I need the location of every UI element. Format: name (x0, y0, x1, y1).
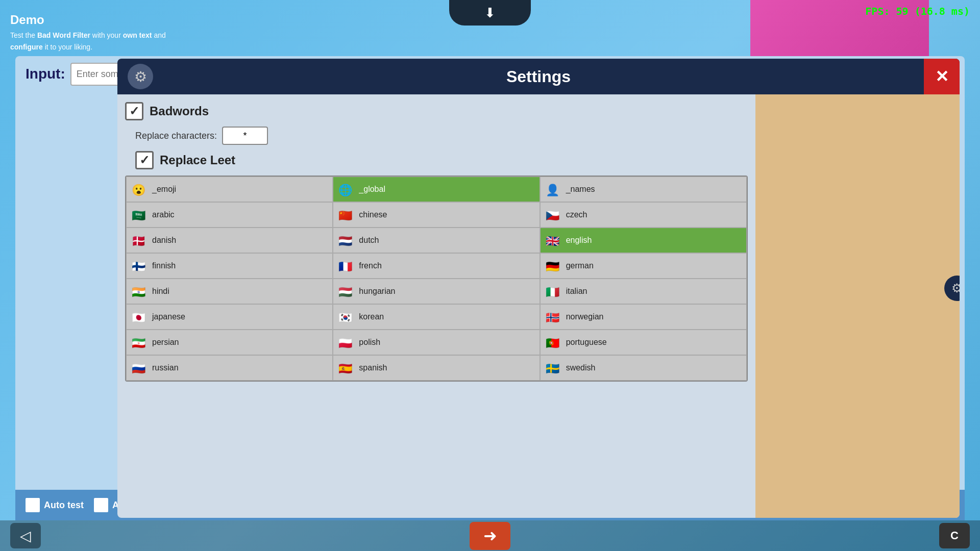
lang-cell-danish[interactable]: 🇩🇰danish (126, 228, 333, 253)
lang-flag-russian: 🇷🇺 (132, 362, 148, 373)
input-label: Input: (26, 66, 65, 82)
app-subtitle: Test the Bad Word Filter with your own t… (10, 30, 166, 41)
lang-cell-arabic[interactable]: 🇸🇦arabic (126, 202, 333, 228)
settings-close-button[interactable]: ✕ (924, 59, 960, 94)
lang-flag-italian: 🇮🇹 (546, 286, 562, 297)
lang-name-dutch: dutch (359, 236, 379, 245)
lang-flag-korean: 🇰🇷 (338, 311, 355, 322)
lang-cell-portuguese[interactable]: 🇵🇹portuguese (540, 330, 747, 355)
settings-title: Settings (506, 67, 571, 86)
settings-dialog: ⚙ Settings ✕ Badwords Replace characters… (117, 59, 960, 518)
lang-flag-names: 👤 (546, 184, 562, 195)
lang-name-english: english (566, 236, 592, 245)
lang-name-czech: czech (566, 210, 587, 219)
lang-cell-finnish[interactable]: 🇫🇮finnish (126, 253, 333, 279)
lang-name-polish: polish (359, 338, 380, 347)
exit-icon: ➜ (483, 526, 497, 545)
lang-cell-french[interactable]: 🇫🇷french (333, 253, 540, 279)
settings-header: ⚙ Settings ✕ (117, 59, 960, 94)
auto-test-checkbox[interactable] (26, 498, 40, 512)
lang-flag-english: 🇬🇧 (546, 235, 562, 246)
auto-replace-checkbox[interactable] (94, 498, 108, 512)
lang-name-persian: persian (152, 338, 179, 347)
auto-test-toggle[interactable]: Auto test (26, 498, 84, 512)
lang-name-italian: italian (566, 287, 587, 296)
lang-name-finnish: finnish (152, 261, 176, 270)
lang-cell-persian[interactable]: 🇮🇷persian (126, 330, 333, 355)
lang-name-hungarian: hungarian (359, 287, 395, 296)
main-panel: Input: ⚙ Settings ✕ Badwords Replace cha… (15, 56, 965, 520)
lang-cell-korean[interactable]: 🇰🇷korean (333, 304, 540, 330)
replace-leet-row: Replace Leet (125, 151, 748, 169)
lang-name-french: french (359, 261, 381, 270)
lang-name-global: _global (359, 185, 385, 194)
lang-flag-hungarian: 🇭🇺 (338, 286, 355, 297)
demo-title-area: Demo Test the Bad Word Filter with your … (10, 10, 166, 53)
app-subtitle2: configure it to your liking. (10, 41, 166, 53)
lang-flag-chinese: 🇨🇳 (338, 209, 355, 220)
lang-flag-norwegian: 🇳🇴 (546, 311, 562, 322)
lang-cell-hungarian[interactable]: 🇭🇺hungarian (333, 279, 540, 304)
top-bar: Demo Test the Bad Word Filter with your … (0, 0, 980, 56)
lang-cell-names[interactable]: 👤_names (540, 177, 747, 202)
lang-flag-portuguese: 🇵🇹 (546, 337, 562, 348)
lang-name-japanese: japanese (152, 312, 185, 321)
lang-cell-russian[interactable]: 🇷🇺russian (126, 355, 333, 381)
footer-nav: ◁ ➜ C (0, 520, 980, 551)
lang-cell-japanese[interactable]: 🇯🇵japanese (126, 304, 333, 330)
app-title: Demo (10, 10, 166, 30)
lang-name-norwegian: norwegian (566, 312, 604, 321)
lang-flag-swedish: 🇸🇪 (546, 362, 562, 373)
badwords-replace-row: Replace characters: (125, 127, 748, 145)
right-nav-icon: C (950, 529, 959, 542)
lang-cell-norwegian[interactable]: 🇳🇴norwegian (540, 304, 747, 330)
lang-cell-chinese[interactable]: 🇨🇳chinese (333, 202, 540, 228)
settings-left-panel: Badwords Replace characters: Replace Lee… (125, 102, 748, 510)
auto-test-label: Auto test (44, 500, 84, 511)
lang-name-names: _names (566, 185, 595, 194)
settings-gear-icon[interactable]: ⚙ (128, 64, 153, 89)
lang-name-danish: danish (152, 236, 176, 245)
lang-flag-persian: 🇮🇷 (132, 337, 148, 348)
exit-nav-button[interactable]: ➜ (470, 522, 510, 550)
lang-cell-hindi[interactable]: 🇮🇳hindi (126, 279, 333, 304)
lang-flag-arabic: 🇸🇦 (132, 209, 148, 220)
lang-cell-dutch[interactable]: 🇳🇱dutch (333, 228, 540, 253)
right-nav-button[interactable]: C (939, 523, 970, 548)
replace-leet-checkbox[interactable] (135, 151, 154, 169)
lang-flag-german: 🇩🇪 (546, 260, 562, 271)
lang-flag-hindi: 🇮🇳 (132, 286, 148, 297)
lang-flag-finnish: 🇫🇮 (132, 260, 148, 271)
badwords-checkbox[interactable] (125, 102, 143, 120)
badwords-row: Badwords (125, 102, 748, 120)
lang-name-korean: korean (359, 312, 384, 321)
lang-name-chinese: chinese (359, 210, 387, 219)
lang-cell-spanish[interactable]: 🇪🇸spanish (333, 355, 540, 381)
lang-flag-japanese: 🇯🇵 (132, 311, 148, 322)
lang-name-portuguese: portuguese (566, 338, 607, 347)
lang-name-russian: russian (152, 363, 179, 372)
right-panel-background (755, 94, 960, 518)
lang-cell-swedish[interactable]: 🇸🇪swedish (540, 355, 747, 381)
lang-cell-czech[interactable]: 🇨🇿czech (540, 202, 747, 228)
replace-leet-label: Replace Leet (160, 153, 235, 167)
lang-cell-english[interactable]: 🇬🇧english (540, 228, 747, 253)
lang-cell-global[interactable]: 🌐_global (333, 177, 540, 202)
unity-nav-button[interactable]: ◁ (10, 523, 41, 548)
lang-flag-danish: 🇩🇰 (132, 235, 148, 246)
lang-cell-emoji[interactable]: 😮_emoji (126, 177, 333, 202)
lang-cell-italian[interactable]: 🇮🇹italian (540, 279, 747, 304)
lang-cell-polish[interactable]: 🇵🇱polish (333, 330, 540, 355)
lang-flag-spanish: 🇪🇸 (338, 362, 355, 373)
lang-flag-dutch: 🇳🇱 (338, 235, 355, 246)
badwords-label: Badwords (150, 104, 209, 118)
lang-flag-czech: 🇨🇿 (546, 209, 562, 220)
language-grid: 😮_emoji🌐_global👤_names🇸🇦arabic🇨🇳chinese🇨… (125, 176, 748, 382)
unity-icon: ◁ (20, 528, 31, 544)
lang-flag-emoji: 😮 (132, 184, 148, 195)
lang-flag-polish: 🇵🇱 (338, 337, 355, 348)
badwords-replace-label: Replace characters: (135, 131, 217, 141)
badwords-replace-input[interactable] (222, 127, 268, 145)
lang-flag-french: 🇫🇷 (338, 260, 355, 271)
lang-cell-german[interactable]: 🇩🇪german (540, 253, 747, 279)
